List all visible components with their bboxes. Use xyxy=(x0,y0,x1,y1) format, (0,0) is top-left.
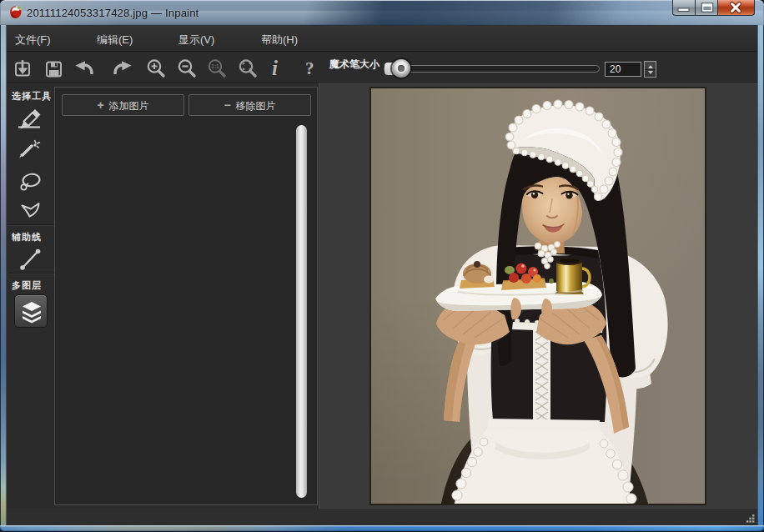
svg-text:i: i xyxy=(272,57,278,79)
svg-text:?: ? xyxy=(305,58,314,78)
svg-text:1:1: 1:1 xyxy=(211,63,219,69)
